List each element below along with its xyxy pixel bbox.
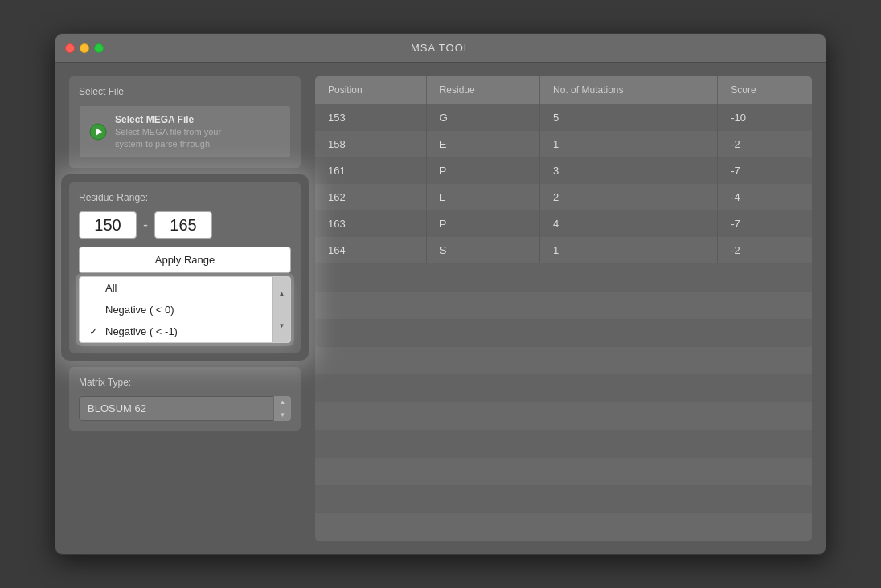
table-header-row: Position Residue No. of Mutations Score	[315, 76, 812, 104]
cell-position: 164	[315, 237, 426, 263]
cell-mutations: 5	[540, 104, 718, 132]
maximize-button[interactable]	[94, 43, 104, 53]
range-end-input[interactable]: 165	[154, 211, 212, 239]
col-mutations: No. of Mutations	[540, 76, 718, 104]
cell-score: -2	[718, 237, 812, 263]
cell-score: -4	[718, 184, 812, 210]
select-file-section: Select File Select MEGA File Select MEGA…	[68, 76, 301, 169]
table-row	[315, 347, 812, 375]
check-neg1: ✓	[89, 325, 100, 337]
cell-mutations: 1	[540, 237, 718, 263]
cell-position: 161	[315, 157, 426, 184]
col-score: Score	[718, 76, 812, 104]
table-row	[315, 402, 812, 431]
range-inner: Residue Range: 150 - 165 Apply Range All	[79, 192, 291, 343]
apply-range-button[interactable]: Apply Range	[79, 247, 291, 273]
table-row	[315, 513, 812, 541]
matrix-type-section: Matrix Type: BLOSUM 62 PAM250 BLOSUM80 ▲…	[68, 366, 301, 431]
dropdown-option-all[interactable]: All	[80, 277, 290, 299]
select-mega-file-button[interactable]: Select MEGA File Select MEGA file from y…	[79, 105, 291, 158]
residue-range-label: Residue Range:	[79, 192, 291, 203]
select-file-desc2: system to parse through	[115, 139, 210, 149]
table-row: 161P3-7	[315, 157, 812, 184]
cell-position: 163	[315, 210, 426, 237]
table-row	[315, 374, 812, 402]
range-start-input[interactable]: 150	[79, 211, 137, 239]
cell-residue: E	[426, 131, 539, 157]
cell-residue: L	[426, 184, 539, 210]
table-row: 153G5-10	[315, 104, 812, 132]
cell-position: 158	[315, 131, 426, 157]
option-all-label: All	[105, 282, 117, 294]
select-file-label: Select File	[79, 86, 291, 97]
residue-range-section: Residue Range: 150 - 165 Apply Range All	[68, 182, 301, 353]
left-panel: Select File Select MEGA File Select MEGA…	[68, 76, 301, 541]
title-bar: MSA TOOL	[55, 34, 826, 63]
table-row	[315, 263, 812, 292]
close-button[interactable]	[65, 43, 75, 53]
cell-residue: S	[426, 237, 539, 263]
cell-score: -2	[718, 131, 812, 157]
select-file-desc1: Select MEGA file from your	[115, 127, 221, 137]
matrix-type-label: Matrix Type:	[79, 377, 291, 388]
cell-score: -7	[718, 157, 812, 184]
table-row: 162L2-4	[315, 184, 812, 210]
check-neg0	[89, 304, 100, 316]
empty-rows-table	[315, 263, 812, 541]
score-filter-dropdown[interactable]: All Negative ( < 0) ✓ Negative ( < -1) ▲	[79, 276, 291, 343]
cell-score: -10	[718, 104, 812, 132]
matrix-stepper: ▲ ▼	[273, 396, 291, 421]
main-window: MSA TOOL Select File Select MEGA File Se…	[55, 33, 826, 555]
results-table: Position Residue No. of Mutations Score …	[315, 76, 812, 263]
dropdown-stepper[interactable]: ▲ ▼	[272, 277, 290, 342]
range-inputs: 150 - 165	[79, 211, 291, 239]
cell-residue: G	[426, 104, 539, 132]
dropdown-option-neg1[interactable]: ✓ Negative ( < -1)	[80, 321, 290, 342]
file-arrow-icon	[89, 123, 107, 141]
cell-mutations: 1	[540, 131, 718, 157]
dropdown-option-neg0[interactable]: Negative ( < 0)	[80, 299, 290, 321]
select-file-text: Select MEGA File Select MEGA file from y…	[115, 114, 221, 149]
minimize-button[interactable]	[80, 43, 89, 53]
cell-mutations: 4	[540, 210, 718, 237]
window-title: MSA TOOL	[411, 42, 470, 54]
cell-mutations: 3	[540, 157, 718, 184]
select-file-title: Select MEGA File	[115, 114, 221, 125]
table-row	[315, 319, 812, 347]
table-row: 158E1-2	[315, 131, 812, 157]
table-row	[315, 292, 812, 320]
cell-residue: P	[426, 157, 539, 184]
check-all	[89, 282, 100, 294]
cell-position: 162	[315, 184, 426, 210]
matrix-stepper-down[interactable]: ▼	[274, 409, 291, 422]
matrix-select-wrapper: BLOSUM 62 PAM250 BLOSUM80 ▲ ▼	[79, 396, 291, 421]
table-row: 163P4-7	[315, 210, 812, 237]
table-row	[315, 430, 812, 458]
option-neg1-label: Negative ( < -1)	[105, 325, 178, 337]
col-position: Position	[315, 76, 426, 104]
stepper-down[interactable]: ▼	[273, 310, 290, 343]
traffic-lights	[65, 43, 104, 53]
cell-position: 153	[315, 104, 426, 132]
col-residue: Residue	[426, 76, 539, 104]
cell-residue: P	[426, 210, 539, 237]
stepper-up[interactable]: ▲	[273, 277, 290, 310]
window-content: Select File Select MEGA File Select MEGA…	[55, 63, 826, 554]
cell-mutations: 2	[540, 184, 718, 210]
table-row	[315, 485, 812, 513]
table-row	[315, 458, 812, 486]
results-panel: Position Residue No. of Mutations Score …	[314, 76, 813, 541]
range-dash: -	[143, 217, 148, 234]
matrix-stepper-up[interactable]: ▲	[274, 396, 291, 409]
cell-score: -7	[718, 210, 812, 237]
matrix-type-select[interactable]: BLOSUM 62 PAM250 BLOSUM80	[79, 396, 291, 421]
option-neg0-label: Negative ( < 0)	[105, 304, 174, 316]
table-row: 164S1-2	[315, 237, 812, 263]
